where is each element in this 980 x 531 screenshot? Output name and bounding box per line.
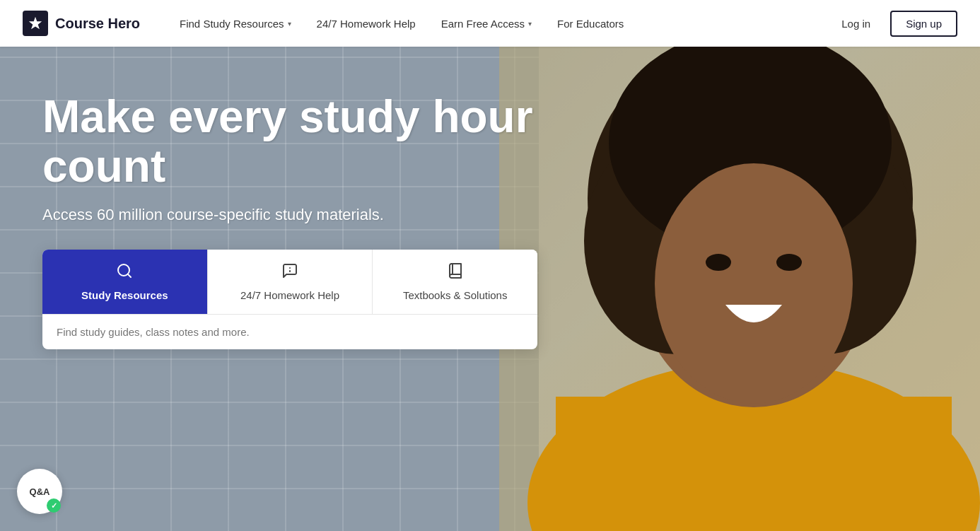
search-input[interactable] — [57, 326, 523, 338]
qa-badge[interactable]: Q&A ✓ — [17, 469, 62, 514]
svg-point-11 — [706, 254, 731, 271]
nav-for-educators[interactable]: For Educators — [546, 12, 635, 35]
nav-links: Find Study Resources ▾ 24/7 Homework Hel… — [168, 12, 635, 35]
tab-study-resources[interactable]: Study Resources — [42, 250, 208, 314]
search-widget: Study Resources 24/7 Homework Help — [42, 250, 537, 349]
svg-marker-13 — [29, 17, 42, 29]
tab-textbooks-solutions-label: Textbooks & Solutions — [403, 289, 508, 301]
logo[interactable]: Course Hero — [23, 11, 140, 36]
nav-actions: Log in Sign up — [827, 11, 957, 37]
logo-icon — [23, 11, 48, 36]
login-button[interactable]: Log in — [827, 12, 885, 35]
search-tabs: Study Resources 24/7 Homework Help — [42, 250, 537, 315]
tab-homework-help[interactable]: 24/7 Homework Help — [208, 250, 373, 314]
qa-badge-label: Q&A — [30, 486, 50, 497]
hero-content: Make every study hour count Access 60 mi… — [42, 92, 537, 349]
svg-point-10 — [655, 163, 853, 404]
nav-earn-free-access[interactable]: Earn Free Access ▾ — [430, 12, 543, 35]
brand-name: Course Hero — [55, 16, 140, 32]
tab-homework-help-label: 24/7 Homework Help — [240, 289, 339, 301]
chat-question-icon — [281, 262, 298, 284]
books-icon — [447, 262, 464, 284]
svg-rect-2 — [556, 397, 952, 531]
hero-subtitle: Access 60 million course-specific study … — [42, 206, 537, 224]
qa-check-badge: ✓ — [47, 498, 61, 513]
tab-textbooks-solutions[interactable]: Textbooks & Solutions — [373, 250, 537, 314]
hero-title: Make every study hour count — [42, 92, 537, 192]
search-icon — [116, 262, 133, 284]
chevron-down-icon: ▾ — [288, 20, 291, 28]
navbar: Course Hero Find Study Resources ▾ 24/7 … — [0, 0, 980, 47]
signup-button[interactable]: Sign up — [890, 11, 957, 37]
search-input-area[interactable] — [42, 315, 537, 349]
hero-section: Make every study hour count Access 60 mi… — [0, 0, 980, 531]
hero-person-image — [499, 47, 980, 531]
logo-star-icon — [28, 16, 43, 31]
nav-find-study-resources[interactable]: Find Study Resources ▾ — [168, 12, 303, 35]
svg-point-12 — [776, 254, 802, 271]
tab-study-resources-label: Study Resources — [81, 289, 168, 301]
chevron-down-icon-2: ▾ — [528, 20, 532, 28]
nav-homework-help[interactable]: 24/7 Homework Help — [305, 12, 427, 35]
